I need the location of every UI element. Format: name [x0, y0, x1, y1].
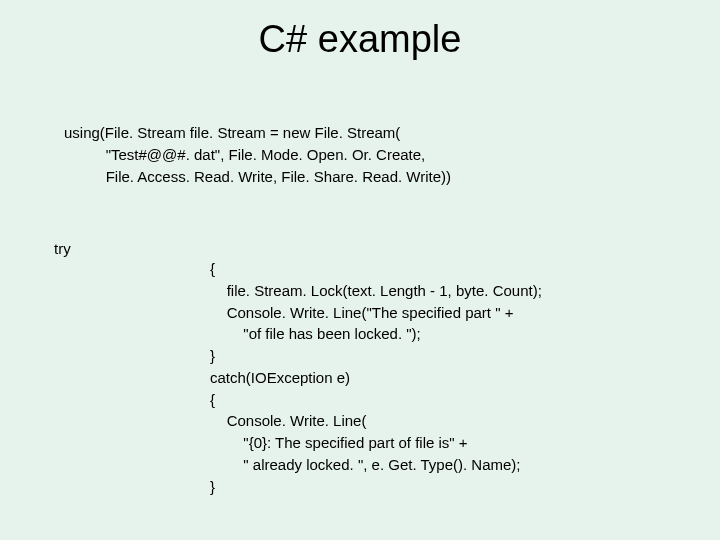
- code-line: using(File. Stream file. Stream = new Fi…: [64, 124, 400, 141]
- code-line: Console. Write. Line("The specified part…: [210, 304, 513, 321]
- code-line: "of file has been locked. ");: [210, 325, 421, 342]
- code-try-keyword: try: [54, 240, 71, 257]
- code-line: {: [210, 260, 215, 277]
- code-line: Console. Write. Line(: [210, 412, 366, 429]
- slide: C# example using(File. Stream file. Stre…: [0, 0, 720, 540]
- slide-title: C# example: [0, 18, 720, 61]
- code-line: }: [210, 478, 215, 495]
- code-line: file. Stream. Lock(text. Length - 1, byt…: [210, 282, 542, 299]
- code-block-using: using(File. Stream file. Stream = new Fi…: [64, 122, 451, 187]
- code-line: catch(IOException e): [210, 369, 350, 386]
- code-line: "Test#@@#. dat", File. Mode. Open. Or. C…: [64, 146, 425, 163]
- code-line: {: [210, 391, 215, 408]
- code-line: File. Access. Read. Write, File. Share. …: [64, 168, 451, 185]
- code-line: "{0}: The specified part of file is" +: [210, 434, 468, 451]
- code-line: }: [210, 347, 215, 364]
- code-line: " already locked. ", e. Get. Type(). Nam…: [210, 456, 521, 473]
- code-block-try-body: { file. Stream. Lock(text. Length - 1, b…: [210, 258, 542, 497]
